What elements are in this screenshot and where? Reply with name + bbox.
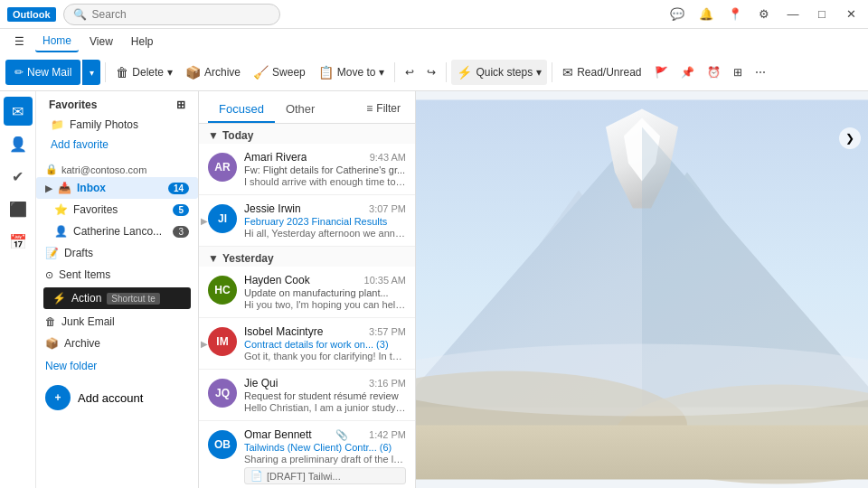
collapse-icon-today[interactable]: ▼ bbox=[208, 129, 219, 142]
settings-icon[interactable]: ⚙ bbox=[754, 5, 774, 24]
redo-button[interactable]: ↪ bbox=[421, 60, 441, 85]
move-icon: 📋 bbox=[318, 65, 334, 80]
menu-help[interactable]: Help bbox=[124, 32, 161, 52]
reminder-button[interactable]: ⏰ bbox=[702, 60, 726, 85]
avatar-hayden: HC bbox=[208, 276, 237, 305]
email-item-omar[interactable]: OB Omar Bennett 📎 1:42 PM Tailwinds (New… bbox=[199, 421, 415, 488]
subject-jessie: February 2023 Financial Results bbox=[244, 216, 406, 227]
move-to-button[interactable]: 📋 Move to ▾ bbox=[313, 60, 391, 85]
search-input[interactable] bbox=[92, 8, 255, 21]
svg-rect-9 bbox=[416, 426, 868, 480]
email-scroll-area[interactable]: ▼ Today AR Amari Rivera 9:43 AM Fw: Flig… bbox=[199, 124, 415, 488]
sender-omar: Omar Bennett bbox=[244, 428, 312, 441]
subject-isobel: Contract details for work on... (3) bbox=[244, 339, 406, 350]
search-bar: 🔍 bbox=[63, 4, 280, 25]
menu-view[interactable]: View bbox=[82, 32, 120, 52]
archive-folder-icon: 📦 bbox=[45, 337, 59, 350]
forward-arrow-jessie: ▶ bbox=[201, 216, 208, 226]
favorites-toggle-icon[interactable]: ⊞ bbox=[176, 99, 185, 111]
folder-icon: 📁 bbox=[51, 118, 64, 131]
title-bar: Outlook 🔍 💬 🔔 📍 ⚙ — □ ✕ bbox=[0, 0, 868, 29]
favorites-section: Favorites ⊞ 📁 Family Photos Add favorite bbox=[36, 91, 198, 158]
read-unread-button[interactable]: ✉ Read/Unread bbox=[557, 60, 646, 85]
fav-item-family-photos[interactable]: 📁 Family Photos bbox=[43, 115, 191, 135]
quick-steps-button[interactable]: ⚡ Quick steps ▾ bbox=[451, 60, 547, 85]
email-content-isobel: Isobel Macintyre 3:57 PM Contract detail… bbox=[244, 325, 406, 361]
folder-drafts[interactable]: 📝 Drafts bbox=[36, 242, 198, 264]
tab-focused[interactable]: Focused bbox=[208, 97, 275, 123]
sweep-icon: 🧹 bbox=[253, 65, 269, 80]
add-account-section[interactable]: + Add account bbox=[36, 378, 198, 418]
new-mail-button[interactable]: ✏ New Mail bbox=[5, 60, 80, 85]
svg-point-10 bbox=[416, 344, 868, 417]
email-item-hayden[interactable]: HC Hayden Cook 10:35 AM Update on manufa… bbox=[199, 267, 415, 318]
delete-button[interactable]: 🗑 Delete ▾ bbox=[110, 60, 178, 85]
redo-icon: ↪ bbox=[427, 66, 436, 79]
menu-home[interactable]: Home bbox=[35, 31, 79, 52]
preview-jie: Hello Christian, I am a junior studying … bbox=[244, 402, 406, 413]
sidebar: Favorites ⊞ 📁 Family Photos Add favorite… bbox=[36, 91, 199, 488]
inbox-badge: 14 bbox=[168, 183, 189, 194]
folder-favorites[interactable]: ⭐ Favorites 5 bbox=[36, 199, 198, 221]
preview-amari: I should arrive with enough time to atte… bbox=[244, 176, 406, 187]
nav-mail[interactable]: ✉ bbox=[4, 97, 33, 126]
view-options-button[interactable]: ⊞ bbox=[728, 60, 748, 85]
flag-button[interactable]: 🚩 bbox=[649, 60, 674, 85]
undo-button[interactable]: ↩ bbox=[400, 60, 420, 85]
minimize-button[interactable]: — bbox=[783, 5, 803, 24]
user-avatar: + bbox=[45, 385, 71, 410]
title-bar-left: Outlook 🔍 bbox=[7, 4, 280, 25]
nav-calendar[interactable]: 📅 bbox=[4, 227, 33, 256]
hamburger-menu[interactable]: ☰ bbox=[7, 32, 32, 52]
new-folder-link[interactable]: New folder bbox=[36, 354, 198, 378]
email-header-jessie: Jessie Irwin 3:07 PM bbox=[244, 202, 406, 215]
favorites-badge: 5 bbox=[173, 204, 189, 216]
nav-tasks[interactable]: ✔ bbox=[4, 162, 33, 191]
inbox-icon: 📥 bbox=[58, 182, 71, 194]
close-button[interactable]: ✕ bbox=[841, 5, 861, 24]
sender-isobel: Isobel Macintyre bbox=[244, 325, 323, 338]
collapse-icon-yesterday[interactable]: ▼ bbox=[208, 252, 219, 265]
sender-jessie: Jessie Irwin bbox=[244, 202, 301, 215]
location-icon[interactable]: 📍 bbox=[725, 5, 745, 24]
maximize-button[interactable]: □ bbox=[812, 5, 832, 24]
email-item-amari[interactable]: AR Amari Rivera 9:43 AM Fw: Flight detai… bbox=[199, 144, 415, 195]
email-item-jessie[interactable]: ▶ JI Jessie Irwin 3:07 PM February 2023 … bbox=[199, 195, 415, 247]
email-item-isobel[interactable]: ▶ IM Isobel Macintyre 3:57 PM Contract d… bbox=[199, 318, 415, 370]
search-icon: 🔍 bbox=[73, 8, 87, 21]
chat-icon[interactable]: 💬 bbox=[667, 5, 687, 24]
folder-sent[interactable]: ⊙ Sent Items bbox=[36, 264, 198, 286]
subject-omar: Tailwinds (New Client) Contr... (6) bbox=[244, 442, 406, 453]
separator-4 bbox=[552, 62, 552, 82]
sweep-button[interactable]: 🧹 Sweep bbox=[248, 60, 311, 85]
archive-icon: 📦 bbox=[185, 65, 201, 80]
draft-preview-omar: 📄 [DRAFT] Tailwi... bbox=[244, 467, 406, 484]
folder-inbox[interactable]: ▶ 📥 Inbox 14 bbox=[36, 177, 198, 199]
archive-button[interactable]: 📦 Archive bbox=[180, 60, 246, 85]
nav-contacts[interactable]: 👤 bbox=[4, 129, 33, 158]
filter-button[interactable]: ≡ Filter bbox=[361, 99, 406, 118]
action-item[interactable]: ⚡ Action Shortcut te bbox=[43, 287, 191, 309]
ribbon: ☰ Home View Help ✏ New Mail ▾ 🗑 Delete ▾… bbox=[0, 29, 868, 91]
email-header-isobel: Isobel Macintyre 3:57 PM bbox=[244, 325, 406, 338]
more-options-button[interactable]: ⋯ bbox=[750, 60, 771, 85]
folder-junk[interactable]: 🗑 Junk Email bbox=[36, 311, 198, 333]
time-jie: 3:16 PM bbox=[369, 378, 406, 389]
new-mail-dropdown[interactable]: ▾ bbox=[82, 60, 100, 85]
folder-catherine[interactable]: 👤 Catherine Lanco... 3 bbox=[36, 221, 198, 242]
email-item-jie[interactable]: JQ Jie Qui 3:16 PM Request for student r… bbox=[199, 370, 415, 421]
avatar-jie: JQ bbox=[208, 379, 237, 408]
tab-other[interactable]: Other bbox=[275, 97, 326, 123]
time-omar: 1:42 PM bbox=[369, 429, 406, 440]
pin-button[interactable]: 📌 bbox=[675, 60, 700, 85]
undo-icon: ↩ bbox=[405, 66, 414, 79]
avatar-amari: AR bbox=[208, 153, 237, 182]
nav-apps[interactable]: ⬛ bbox=[4, 194, 33, 223]
menu-bar: ☰ Home View Help bbox=[0, 29, 868, 54]
sent-icon: ⊙ bbox=[45, 269, 53, 281]
subject-hayden: Update on manufacturing plant... bbox=[244, 287, 406, 298]
folder-archive[interactable]: 📦 Archive bbox=[36, 333, 198, 354]
reading-pane-collapse-button[interactable]: ❯ bbox=[839, 127, 861, 149]
bell-icon[interactable]: 🔔 bbox=[696, 5, 716, 24]
add-favorite-link[interactable]: Add favorite bbox=[43, 135, 191, 155]
